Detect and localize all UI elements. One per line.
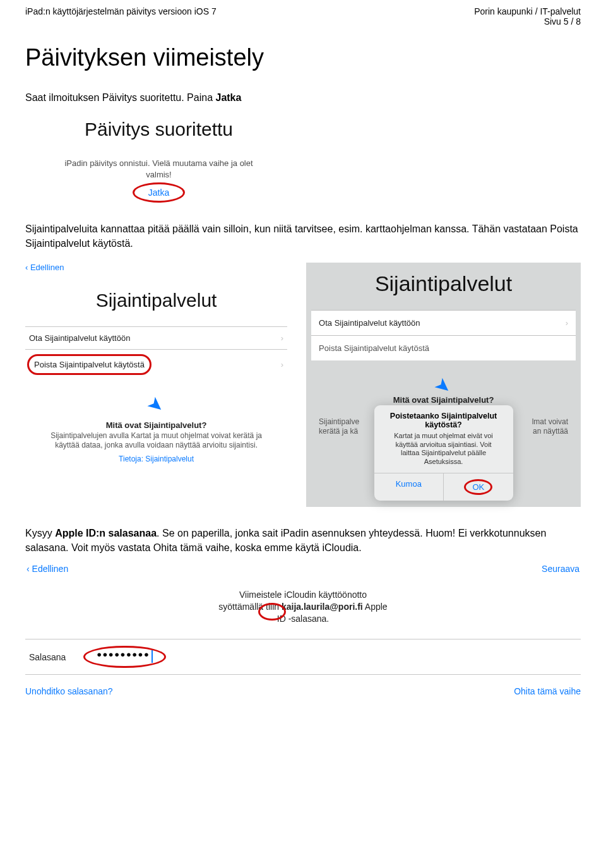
doc-header-right-org: Porin kaupunki / IT-palvelut — [474, 6, 581, 16]
chevron-right-icon: › — [566, 318, 568, 328]
section-title: Päivityksen viimeistely — [25, 44, 581, 71]
option-disable-location[interactable]: Poista Sijaintipalvelut käytöstä › — [25, 349, 287, 379]
icloud-text-line2c: Apple — [363, 602, 388, 612]
chevron-left-icon: ‹ — [25, 263, 30, 272]
shot1-line1: iPadin päivitys onnistui. Vielä muutama … — [64, 158, 252, 168]
password-field[interactable]: ••••••••• — [83, 646, 165, 668]
password-dots: ••••••••• — [97, 647, 150, 662]
screenshot-update-complete: Päivitys suoritettu iPadin päivitys onni… — [28, 119, 290, 203]
chevron-left-icon: ‹ — [27, 564, 32, 574]
option-disable-location[interactable]: Poista Sijaintipalvelut käytöstä — [311, 335, 576, 360]
descr-fragment-left1: Sijaintipalve — [319, 417, 359, 427]
left-title: Sijaintipalvelut — [25, 290, 287, 311]
chevron-right-icon: › — [281, 333, 283, 343]
back-link[interactable]: ‹ Edellinen — [25, 263, 64, 272]
left-question-title: Mitä ovat Sijaintipalvelut? — [25, 420, 287, 430]
confirm-dialog: Poistetaanko Sijaintipalvelut käytöstä? … — [374, 405, 513, 501]
screenshot-location-left: ‹ Edellinen Sijaintipalvelut Ota Sijaint… — [25, 263, 287, 507]
icloud-email: kaija.laurila@pori.fi — [282, 602, 363, 612]
password-label: Salasana — [29, 652, 66, 662]
left-info-link[interactable]: Tietoja: Sijaintipalvelut — [25, 455, 287, 463]
forgot-password-link[interactable]: Unohditko salasanan? — [25, 686, 113, 696]
dialog-ok-button: OK — [472, 482, 484, 492]
red-circle-annotation: ••••••••• — [83, 646, 165, 668]
location-services-paragraph: Sijaintipalveluita kannattaa pitää pääll… — [25, 222, 581, 251]
chevron-right-icon: › — [281, 360, 283, 369]
dialog-title: Poistetaanko Sijaintipalvelut käytöstä? — [374, 412, 513, 431]
left-question-body: Sijaintipalvelujen avulla Kartat ja muut… — [25, 430, 287, 455]
right-title: Sijaintipalvelut — [311, 271, 576, 296]
back-link[interactable]: ‹ Edellinen — [27, 564, 68, 574]
apple-id-paragraph: Kysyy Apple ID:n salasanaa. Se on paperi… — [25, 526, 581, 555]
descr-fragment-right2: an näyttää — [533, 427, 568, 437]
dialog-ok-wrap[interactable]: OK — [443, 473, 513, 501]
red-circle-annotation: Jatka — [133, 182, 185, 203]
screenshot-icloud-setup: ‹ Edellinen Seuraava Viimeistele iCloudi… — [25, 564, 581, 696]
p3-part1: Kysyy — [25, 528, 55, 538]
icloud-text-line1: Viimeistele iCloudin käyttöönotto — [25, 589, 581, 601]
skip-step-link[interactable]: Ohita tämä vaihe — [514, 686, 581, 696]
doc-header-left: iPad:n käyttöjärjestelmän päivitys versi… — [25, 6, 217, 27]
back-label: Edellinen — [30, 263, 64, 272]
back-label: Edellinen — [32, 564, 69, 574]
intro-paragraph: Saat ilmoituksen Päivitys suoritettu. Pa… — [25, 90, 581, 105]
intro-bold-jatka: Jatka — [215, 92, 241, 103]
text-cursor-icon — [152, 650, 153, 663]
red-circle-annotation: OK — [464, 479, 492, 495]
p3-bold: Apple ID:n salasanaa — [55, 528, 157, 538]
descr-fragment-right1: lmat voivat — [532, 417, 568, 427]
continue-button[interactable]: Jatka — [148, 187, 169, 198]
intro-text: Saat ilmoituksen Päivitys suoritettu. Pa… — [25, 92, 215, 103]
shot1-title: Päivitys suoritettu — [28, 119, 290, 140]
doc-header-right-page: Sivu 5 / 8 — [474, 16, 581, 27]
shot1-line2: valmis! — [146, 170, 171, 179]
dialog-cancel-button[interactable]: Kumoa — [374, 473, 444, 501]
red-circle-annotation — [258, 603, 286, 621]
next-link[interactable]: Seuraava — [542, 564, 579, 574]
descr-fragment-left2: kerätä ja kä — [319, 427, 358, 437]
screenshot-location-right: Sijaintipalvelut Ota Sijaintipalvelut kä… — [306, 263, 581, 507]
dialog-body: Kartat ja muut ohjelmat eivät voi käyttä… — [374, 431, 513, 473]
